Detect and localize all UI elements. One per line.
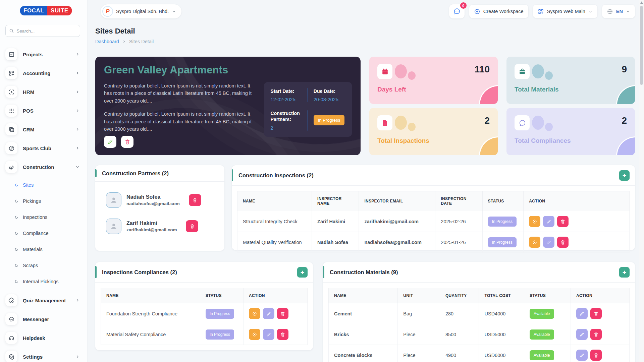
sidebar-item-internal-pickings[interactable]: Internal Pickings: [14, 274, 80, 290]
sidebar-item-scraps[interactable]: Scraps: [14, 257, 80, 274]
edit-button[interactable]: [576, 308, 588, 319]
delete-button[interactable]: [277, 329, 288, 340]
material-name: Bricks: [329, 324, 398, 345]
stat-label: Total Materials: [515, 86, 627, 93]
column-header: STATUS: [200, 288, 243, 303]
status-badge: In Progress: [488, 217, 517, 227]
construction-materials-card: Construction Materials (9) + NAME UNIT Q…: [323, 262, 635, 362]
view-button[interactable]: [249, 329, 260, 340]
sidebar-item-crm[interactable]: CRM: [5, 120, 80, 139]
sidebar-item-accounting[interactable]: Accounting: [5, 64, 80, 82]
workspace-selector[interactable]: P Syspro Digital Sdn. Bhd.: [101, 4, 181, 18]
pencil-icon: [579, 353, 585, 358]
sidebar-item-projects[interactable]: Projects: [5, 45, 80, 64]
compliance-name: Material Safety Compliance: [101, 324, 200, 345]
sidebar-item-label: POS: [23, 108, 34, 114]
sidebar: FOCAL SUITE Projects Accounting HRM POS: [0, 0, 87, 362]
edit-button[interactable]: [543, 216, 554, 227]
add-inspection-button[interactable]: +: [619, 170, 630, 181]
sidebar-item-sports-club[interactable]: Sports Club: [5, 139, 80, 158]
chevron-down-icon: [172, 9, 176, 14]
sidebar-item-inspections[interactable]: Inspections: [14, 209, 80, 225]
chat-button[interactable]: 0: [449, 4, 465, 18]
sidebar-item-helpdesk[interactable]: Helpdesk: [5, 328, 80, 347]
stats-grid: 110 Days Left 9 Total Materials 2: [369, 57, 635, 155]
column-header: NAME: [237, 191, 312, 211]
delete-partner-button[interactable]: [186, 220, 198, 232]
material-cost: USD5000: [479, 324, 524, 345]
sidebar-item-compliance[interactable]: Compliance: [14, 225, 80, 241]
inspection-date: 2025-02-26: [435, 211, 482, 232]
add-compliance-button[interactable]: +: [297, 267, 308, 278]
view-button[interactable]: [249, 308, 260, 319]
sidebar-item-settings[interactable]: Settings: [5, 347, 80, 362]
sidebar-item-pos[interactable]: POS: [5, 101, 80, 120]
scan-person-icon: [8, 89, 15, 95]
page-scrollbar[interactable]: [639, 0, 644, 362]
circle-icon: [14, 215, 18, 219]
table-row: Cement Bag 280 USD4000 Available: [329, 303, 630, 324]
edit-button[interactable]: [576, 350, 588, 361]
main-area: P Syspro Digital Sdn. Bhd. 0 Create Work…: [87, 0, 644, 362]
site-status-badge: In Progress: [314, 115, 344, 125]
trash-icon: [593, 332, 599, 337]
chevron-right-icon: [122, 40, 126, 44]
delete-button[interactable]: [557, 237, 569, 248]
sidebar-item-materials[interactable]: Materials: [14, 241, 80, 257]
table-row: Foundation Strength Compliance In Progre…: [101, 303, 308, 324]
create-workspace-button[interactable]: Create Workspace: [469, 5, 528, 18]
stat-label: Days Left: [377, 86, 490, 93]
app-menu-selector[interactable]: Syspro Web Main: [533, 5, 597, 18]
grid-plus-icon: [8, 70, 15, 76]
edit-button[interactable]: [263, 308, 274, 319]
chevron-down-icon: [588, 9, 593, 14]
sidebar-nav: Projects Accounting HRM POS CRM Sports C…: [0, 45, 87, 362]
search-input[interactable]: [16, 28, 76, 34]
sidebar-item-pickings[interactable]: Pickings: [14, 193, 80, 209]
scroll-up-arrow[interactable]: [640, 1, 643, 4]
edit-button[interactable]: [263, 329, 274, 340]
status-badge: Available: [530, 309, 554, 319]
sidebar-item-messenger[interactable]: Messenger: [5, 310, 80, 328]
delete-button[interactable]: [590, 329, 602, 340]
partners-label: Construction Partners:: [271, 110, 302, 122]
language-selector[interactable]: EN: [602, 5, 635, 18]
delete-button[interactable]: [590, 308, 602, 319]
material-cost: USD4000: [479, 303, 524, 324]
view-button[interactable]: [529, 237, 540, 248]
sidebar-item-label: CRM: [23, 127, 34, 132]
sidebar-item-hrm[interactable]: HRM: [5, 82, 80, 101]
sidebar-item-quiz-management[interactable]: Quiz Management: [5, 291, 80, 310]
column-header: STATUS: [524, 288, 571, 303]
delete-button[interactable]: [557, 216, 569, 227]
edit-button[interactable]: [543, 237, 554, 248]
puzzle-icon: [8, 297, 15, 304]
scrollbar-thumb[interactable]: [640, 6, 643, 85]
column-header: NAME: [329, 288, 398, 303]
sidebar-item-sites[interactable]: Sites: [14, 177, 80, 193]
material-quantity: 280: [440, 303, 479, 324]
globe-icon: [607, 8, 613, 15]
partner-email: nadiahsofea@gmail.com: [126, 201, 180, 206]
sidebar-item-construction[interactable]: Construction: [5, 158, 80, 176]
sidebar-search[interactable]: [5, 25, 80, 37]
partner-email: zarifhakimi@gmail.com: [126, 227, 177, 232]
card-title: Inspections Compliances (2): [102, 269, 177, 276]
check-square-icon: [8, 51, 15, 58]
table-row: Material Safety Compliance In Progress: [101, 324, 308, 345]
delete-site-button[interactable]: [121, 136, 133, 148]
dots-grid-icon: [8, 108, 15, 114]
edit-site-button[interactable]: [104, 136, 116, 148]
trash-icon: [593, 353, 599, 358]
view-button[interactable]: [529, 216, 540, 227]
delete-partner-button[interactable]: [189, 194, 201, 206]
edit-button[interactable]: [576, 329, 588, 340]
logo-part-1: FOCAL: [20, 6, 47, 15]
column-header: ACTION: [244, 288, 308, 303]
add-material-button[interactable]: +: [619, 267, 630, 278]
sidebar-item-label: Quiz Management: [23, 298, 66, 303]
inspector-name: Zarif Hakimi: [312, 211, 359, 232]
delete-button[interactable]: [277, 308, 288, 319]
breadcrumb-dashboard-link[interactable]: Dashboard: [95, 39, 119, 44]
delete-button[interactable]: [590, 350, 602, 361]
